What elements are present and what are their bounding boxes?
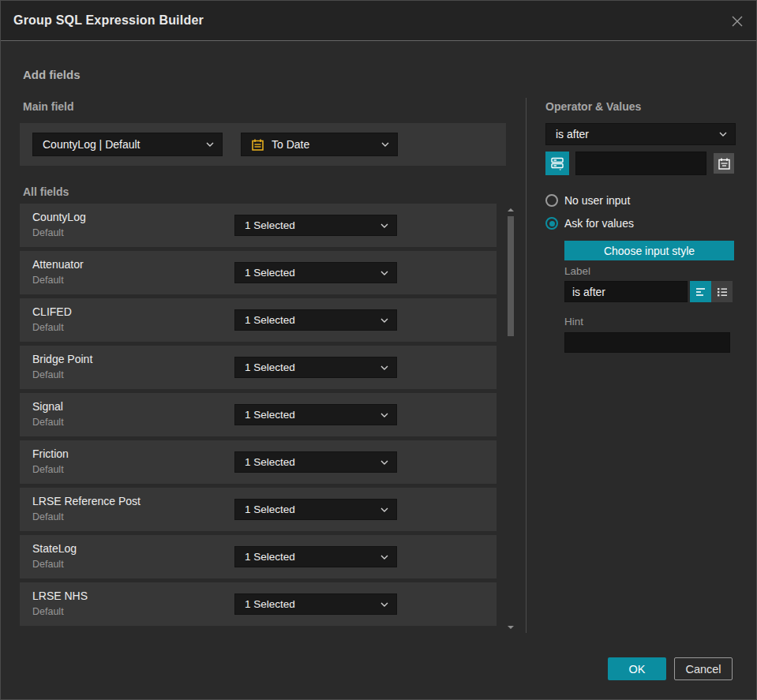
- field-selection-dropdown[interactable]: 1 Selected: [234, 357, 397, 378]
- field-selection-value: 1 Selected: [245, 409, 374, 421]
- field-selection-dropdown[interactable]: 1 Selected: [234, 262, 397, 283]
- field-row-bridge-point: Bridge Point Default 1 Selected: [20, 346, 497, 389]
- operator-select[interactable]: is after: [545, 123, 736, 145]
- field-row-attenuator: Attenuator Default 1 Selected: [20, 251, 497, 294]
- radio-label: No user input: [564, 194, 630, 207]
- ok-button[interactable]: OK: [608, 657, 666, 680]
- field-name: Friction: [32, 447, 69, 460]
- calendar-icon: [718, 157, 731, 170]
- field-selection-value: 1 Selected: [245, 267, 374, 279]
- field-type: Default: [32, 227, 64, 238]
- field-type: Default: [32, 275, 64, 286]
- field-selection-dropdown[interactable]: 1 Selected: [234, 593, 397, 615]
- dialog-header: Group SQL Expression Builder: [1, 1, 757, 41]
- field-selection-value: 1 Selected: [245, 361, 374, 373]
- field-selection-value: 1 Selected: [245, 314, 374, 326]
- group-sql-expression-builder-dialog: Group SQL Expression Builder Add fields …: [0, 0, 757, 700]
- date-picker-button[interactable]: [714, 153, 734, 174]
- field-row-lrse-nhs: LRSE NHS Default 1 Selected: [20, 582, 497, 626]
- close-icon: [730, 14, 744, 28]
- radio-icon: [545, 194, 558, 207]
- cancel-button[interactable]: Cancel: [674, 657, 733, 680]
- field-selection-dropdown[interactable]: 1 Selected: [234, 309, 397, 331]
- choose-input-style-button[interactable]: Choose input style: [564, 241, 734, 260]
- chevron-down-icon: [380, 555, 388, 560]
- chevron-down-icon: [380, 602, 388, 607]
- field-selection-value: 1 Selected: [245, 551, 374, 563]
- field-selection-dropdown[interactable]: 1 Selected: [234, 215, 397, 236]
- field-row-friction: Friction Default 1 Selected: [20, 440, 497, 484]
- field-selection-dropdown[interactable]: 1 Selected: [234, 404, 397, 425]
- fields-scrollbar[interactable]: [506, 204, 515, 634]
- field-row-signal: Signal Default 1 Selected: [20, 393, 497, 436]
- all-fields-heading: All fields: [23, 185, 69, 198]
- align-left-icon: [695, 286, 707, 298]
- field-row-statelog: StateLog Default 1 Selected: [20, 535, 497, 578]
- chevron-down-icon: [381, 142, 389, 147]
- field-name: Bridge Point: [32, 353, 92, 365]
- unique-values-button[interactable]: [545, 152, 569, 175]
- main-field-select[interactable]: CountyLog | Default: [32, 133, 223, 156]
- hint-caption: Hint: [564, 316, 583, 328]
- radio-icon-checked: [545, 217, 558, 230]
- chevron-down-icon: [380, 507, 388, 512]
- field-selection-dropdown[interactable]: 1 Selected: [234, 546, 397, 567]
- main-field-heading: Main field: [23, 100, 74, 113]
- field-selection-value: 1 Selected: [245, 219, 374, 231]
- field-name: StateLog: [32, 542, 77, 555]
- field-type: Default: [32, 417, 64, 428]
- column-divider: [526, 98, 527, 633]
- close-button[interactable]: [728, 12, 747, 31]
- scroll-down-arrow[interactable]: [508, 624, 514, 631]
- field-selection-dropdown[interactable]: 1 Selected: [234, 451, 397, 473]
- label-caption: Label: [564, 265, 590, 277]
- list-input-style-button[interactable]: [711, 281, 733, 302]
- label-input[interactable]: [564, 281, 688, 302]
- field-type: Default: [32, 369, 64, 380]
- scroll-up-arrow[interactable]: [508, 207, 514, 213]
- chevron-down-icon: [380, 460, 388, 465]
- hint-input[interactable]: [564, 332, 730, 353]
- field-name: LRSE Reference Post: [32, 495, 141, 507]
- chevron-down-icon: [380, 413, 388, 417]
- chevron-down-icon: [380, 365, 388, 370]
- chevron-down-icon: [380, 223, 388, 228]
- field-selection-value: 1 Selected: [245, 598, 374, 610]
- operator-values-heading: Operator & Values: [545, 100, 641, 113]
- operator-select-value: is after: [556, 128, 713, 140]
- field-selection-value: 1 Selected: [245, 456, 374, 468]
- field-type: Default: [32, 464, 64, 475]
- chevron-down-icon: [380, 271, 388, 275]
- chevron-down-icon: [719, 132, 727, 137]
- field-row-clifed: CLIFED Default 1 Selected: [20, 298, 497, 342]
- stacked-values-icon: [549, 155, 565, 171]
- radio-label: Ask for values: [564, 217, 634, 230]
- field-name: CLIFED: [32, 305, 72, 318]
- field-row-countylog: CountyLog Default 1 Selected: [20, 204, 497, 247]
- main-field-select-value: CountyLog | Default: [43, 138, 200, 151]
- date-type-select-value: To Date: [272, 138, 375, 151]
- field-selection-value: 1 Selected: [245, 503, 374, 515]
- field-name: LRSE NHS: [32, 590, 88, 602]
- text-input-style-button[interactable]: [690, 281, 711, 302]
- radio-ask-for-values[interactable]: Ask for values: [545, 217, 634, 230]
- add-fields-heading: Add fields: [23, 68, 81, 81]
- field-type: Default: [32, 559, 64, 570]
- date-type-select[interactable]: To Date: [241, 133, 398, 156]
- field-selection-dropdown[interactable]: 1 Selected: [234, 499, 397, 520]
- field-type: Default: [32, 606, 64, 617]
- list-icon: [716, 286, 729, 298]
- field-row-lrse-reference-post: LRSE Reference Post Default 1 Selected: [20, 488, 497, 531]
- field-type: Default: [32, 322, 64, 333]
- field-name: CountyLog: [32, 211, 86, 223]
- field-type: Default: [32, 511, 64, 522]
- dialog-title: Group SQL Expression Builder: [13, 13, 204, 28]
- chevron-down-icon: [206, 142, 214, 147]
- field-name: Signal: [32, 400, 63, 413]
- main-field-panel: CountyLog | Default To Date: [20, 123, 506, 166]
- chevron-down-icon: [380, 318, 388, 323]
- radio-no-user-input[interactable]: No user input: [545, 194, 630, 207]
- scrollbar-thumb[interactable]: [508, 216, 514, 336]
- field-name: Attenuator: [32, 258, 84, 271]
- date-value-input[interactable]: [575, 152, 706, 175]
